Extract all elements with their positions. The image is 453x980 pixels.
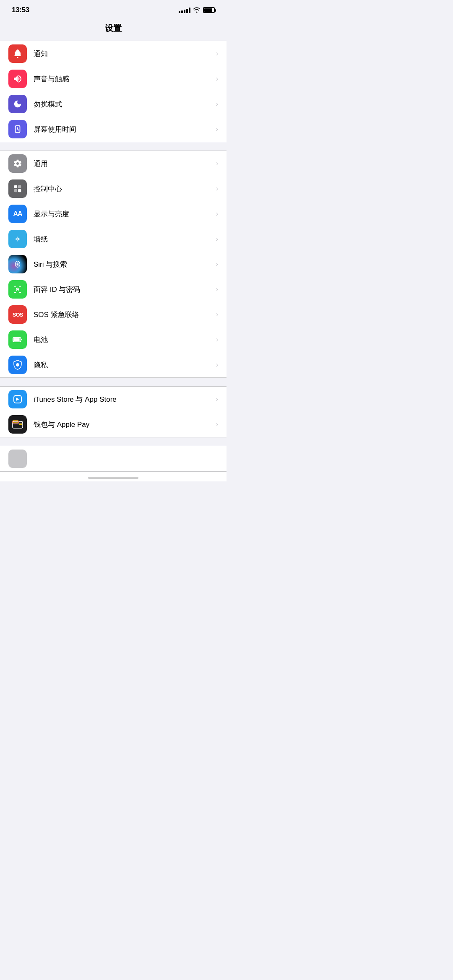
general-chevron: › [216,160,218,167]
list-section-notifications: 通知 › 声音与触感 › [0,41,226,142]
status-time: 13:53 [12,6,29,14]
faceid-icon [8,280,27,299]
screentime-label: 屏幕使用时间 [34,125,213,134]
settings-row-wallet[interactable]: 钱包与 Apple Pay › [0,412,226,437]
dnd-label: 勿扰模式 [34,99,213,109]
svg-rect-13 [19,292,21,293]
settings-row-partial[interactable] [0,446,226,471]
wallet-icon [8,415,27,434]
wallpaper-icon [8,230,27,248]
siri-chevron: › [216,260,218,268]
settings-row-faceid[interactable]: 面容 ID 与密码 › [0,277,226,302]
wallpaper-label: 墙纸 [34,234,213,244]
spacer-1 [0,142,226,151]
svg-rect-2 [18,185,21,188]
general-icon [8,154,27,173]
svg-rect-10 [14,286,16,287]
page-title: 设置 [0,18,226,41]
list-section-partial [0,446,226,472]
sounds-icon [8,70,27,88]
settings-row-screentime[interactable]: 屏幕使用时间 › [0,117,226,142]
display-icon: AA [8,205,27,223]
settings-group-partial [0,446,226,472]
general-label: 通用 [34,159,213,169]
sos-chevron: › [216,311,218,318]
settings-group-general: 通用 › 控制中心 › AA 显示与亮度 [0,151,226,378]
settings-group-store: iTunes Store 与 App Store › 钱包与 Apple Pay… [0,386,226,437]
svg-point-15 [18,288,19,289]
svg-rect-23 [13,421,18,423]
siri-label: Siri 与搜索 [34,260,213,269]
battery-label: 电池 [34,335,213,345]
privacy-label: 隐私 [34,360,213,370]
settings-row-battery[interactable]: 电池 › [0,327,226,352]
settings-row-general[interactable]: 通用 › [0,151,226,176]
svg-rect-4 [18,189,21,192]
faceid-chevron: › [216,286,218,293]
itunes-label: iTunes Store 与 App Store [34,395,213,404]
list-section-store: iTunes Store 与 App Store › 钱包与 Apple Pay… [0,386,226,437]
privacy-icon [8,356,27,374]
controlcenter-icon [8,179,27,198]
controlcenter-chevron: › [216,185,218,192]
itunes-chevron: › [216,395,218,403]
itunes-icon [8,390,27,408]
display-chevron: › [216,210,218,218]
status-icons [179,7,215,14]
settings-row-sos[interactable]: SOS SOS 紧急联络 › [0,302,226,327]
settings-group-notifications: 通知 › 声音与触感 › [0,41,226,142]
partial-icon [8,450,27,468]
notifications-icon [8,44,27,63]
settings-row-itunes[interactable]: iTunes Store 与 App Store › [0,387,226,412]
settings-row-sounds[interactable]: 声音与触感 › [0,66,226,91]
spacer-2 [0,378,226,386]
screentime-icon [8,120,27,138]
controlcenter-label: 控制中心 [34,184,213,194]
svg-rect-11 [19,286,21,287]
dnd-chevron: › [216,100,218,108]
svg-point-6 [17,239,18,240]
settings-row-controlcenter[interactable]: 控制中心 › [0,176,226,201]
svg-point-9 [17,263,18,265]
display-label: 显示与亮度 [34,209,213,219]
list-section-general: 通用 › 控制中心 › AA 显示与亮度 [0,151,226,378]
svg-rect-18 [13,338,20,341]
screentime-chevron: › [216,125,218,133]
svg-rect-1 [14,185,17,188]
dnd-icon [8,95,27,113]
sounds-label: 声音与触感 [34,74,213,84]
signal-icon [179,7,190,13]
home-indicator [0,472,226,481]
notifications-chevron: › [216,50,218,57]
svg-rect-3 [14,189,17,192]
svg-rect-12 [14,292,16,293]
svg-point-14 [16,288,17,289]
settings-row-display[interactable]: AA 显示与亮度 › [0,201,226,226]
sounds-chevron: › [216,75,218,83]
settings-row-wallpaper[interactable]: 墙纸 › [0,226,226,252]
settings-row-privacy[interactable]: 隐私 › [0,352,226,377]
wallpaper-chevron: › [216,235,218,243]
svg-rect-24 [19,424,22,425]
settings-row-siri[interactable]: Siri 与搜索 › [0,252,226,277]
notifications-label: 通知 [34,49,213,59]
battery-icon-row [8,330,27,349]
siri-icon [8,255,27,273]
settings-row-dnd[interactable]: 勿扰模式 › [0,91,226,117]
status-bar: 13:53 [0,0,226,18]
sos-label: SOS 紧急联络 [34,310,213,320]
wallet-chevron: › [216,421,218,428]
home-bar [88,477,138,479]
spacer-3 [0,437,226,446]
battery-icon [203,7,215,13]
wifi-icon [193,7,200,14]
wallet-label: 钱包与 Apple Pay [34,420,213,429]
battery-chevron: › [216,336,218,343]
settings-row-notifications[interactable]: 通知 › [0,41,226,66]
privacy-chevron: › [216,361,218,369]
sos-icon: SOS [8,305,27,324]
faceid-label: 面容 ID 与密码 [34,285,213,294]
